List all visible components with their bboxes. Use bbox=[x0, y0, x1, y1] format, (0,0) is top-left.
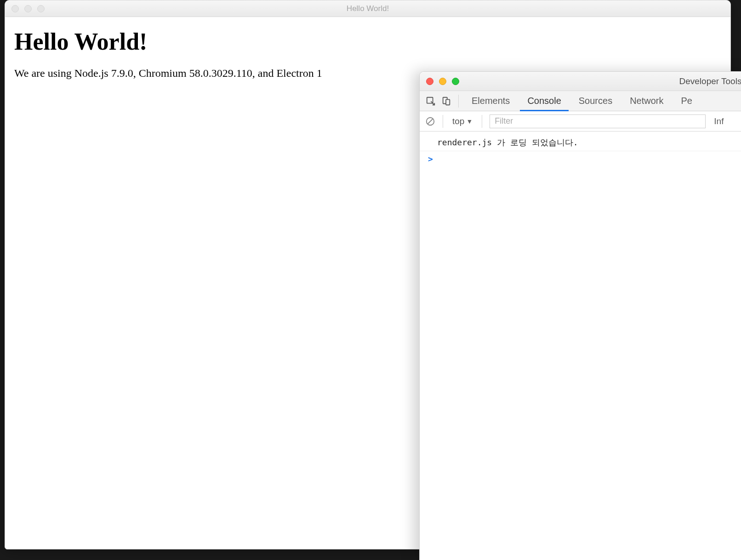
tab-network[interactable]: Network bbox=[622, 91, 671, 111]
window-title: Hello World! bbox=[347, 4, 389, 13]
traffic-lights bbox=[426, 78, 459, 85]
devtools-titlebar[interactable]: Developer Tools - bbox=[420, 72, 741, 91]
log-level-label[interactable]: Inf bbox=[714, 116, 724, 126]
divider bbox=[482, 115, 482, 128]
clear-console-icon[interactable] bbox=[425, 116, 435, 126]
divider bbox=[458, 95, 459, 108]
close-button[interactable] bbox=[426, 78, 433, 85]
tab-performance[interactable]: Pe bbox=[674, 91, 700, 111]
minimize-button[interactable] bbox=[24, 5, 32, 12]
console-output: renderer.js 가 로딩 되었습니다. > bbox=[420, 131, 741, 169]
console-prompt[interactable]: > bbox=[420, 151, 741, 166]
devtools-title: Developer Tools - bbox=[679, 76, 741, 86]
close-button[interactable] bbox=[11, 5, 19, 12]
svg-rect-2 bbox=[446, 99, 450, 105]
divider bbox=[443, 115, 443, 128]
app-titlebar[interactable]: Hello World! bbox=[5, 0, 730, 17]
prompt-chevron-icon: > bbox=[428, 154, 433, 164]
console-log-line: renderer.js 가 로딩 되었습니다. bbox=[420, 134, 741, 151]
console-toolbar: top ▼ Inf bbox=[420, 111, 741, 131]
minimize-button[interactable] bbox=[439, 78, 446, 85]
filter-input[interactable] bbox=[490, 114, 706, 128]
context-dropdown[interactable]: top ▼ bbox=[450, 116, 474, 126]
chevron-down-icon: ▼ bbox=[466, 118, 473, 125]
devtools-tabs: Elements Console Sources Network Pe bbox=[420, 91, 741, 111]
page-heading: Hello World! bbox=[14, 28, 721, 55]
svg-line-4 bbox=[428, 119, 433, 124]
maximize-button[interactable] bbox=[37, 5, 45, 12]
tab-sources[interactable]: Sources bbox=[571, 91, 620, 111]
maximize-button[interactable] bbox=[452, 78, 459, 85]
traffic-lights bbox=[11, 5, 45, 12]
context-label: top bbox=[452, 116, 464, 126]
tab-elements[interactable]: Elements bbox=[464, 91, 517, 111]
devtools-window: Developer Tools - Elements Console Sourc… bbox=[419, 71, 741, 560]
tab-console[interactable]: Console bbox=[520, 91, 568, 111]
inspect-element-icon[interactable] bbox=[424, 95, 437, 108]
device-toggle-icon[interactable] bbox=[440, 95, 453, 108]
